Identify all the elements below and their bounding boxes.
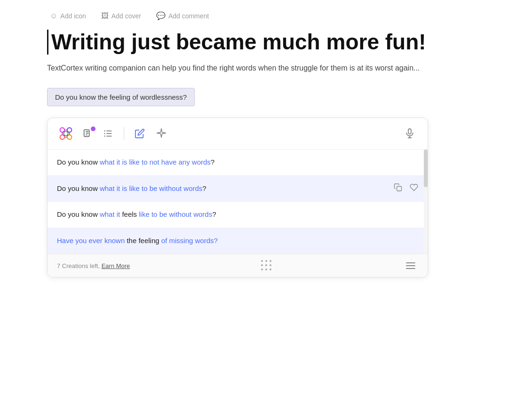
page-toolbar: ☺ Add icon 🖼 Add cover 💬 Add comment — [47, 9, 494, 22]
hamburger-menu-button[interactable] — [403, 261, 418, 271]
dots-grid-icon — [261, 260, 272, 271]
suggestion-middle: the feeling — [125, 237, 161, 245]
earn-more-link[interactable]: Earn More — [102, 262, 130, 269]
suggestion-link-2[interactable]: like to be without words — [139, 210, 212, 218]
add-cover-label: Add cover — [111, 12, 141, 20]
suggestion-item[interactable]: Have you ever known the feeling of missi… — [48, 228, 428, 254]
widget-toolbar — [48, 118, 428, 150]
add-comment-label: Add comment — [168, 12, 209, 20]
mic-icon-button[interactable] — [401, 126, 418, 141]
suggestions-list: Do you know what it is like to not have … — [48, 150, 428, 254]
add-comment-button[interactable]: 💬 Add comment — [153, 9, 212, 22]
suggestion-suffix: ? — [212, 210, 216, 218]
sparkle-badge — [91, 126, 95, 131]
suggestion-prefix: Do you know — [57, 210, 100, 218]
suggestion-link[interactable]: what it is like to not have any words — [100, 158, 211, 166]
credits-text: 7 Creations left, Earn More — [57, 262, 130, 269]
suggestion-link-2[interactable]: of missing words? — [161, 237, 218, 245]
page-subtitle: TextCortex writing companion can help yo… — [47, 62, 480, 74]
smiley-icon: ☺ — [50, 12, 57, 20]
suggestion-item[interactable]: Do you know what it is like to not have … — [48, 150, 428, 176]
suggestion-prefix: Do you know — [57, 184, 100, 192]
list-icon-button[interactable] — [100, 126, 116, 141]
credits-info: 7 Creations left, Earn More — [57, 261, 130, 270]
suggestion-suffix: ? — [202, 184, 206, 192]
suggestion-actions — [392, 182, 420, 196]
image-icon: 🖼 — [101, 12, 109, 20]
suggestion-middle: feels — [120, 210, 139, 218]
suggestion-link[interactable]: what it is like to be without words — [100, 184, 202, 192]
suggestion-link[interactable]: Have you ever known — [57, 237, 125, 245]
widget-footer: 7 Creations left, Earn More — [48, 254, 428, 277]
add-icon-label: Add icon — [60, 12, 86, 20]
sparkle-icon-button[interactable] — [152, 126, 170, 142]
ai-widget: Do you know what it is like to not have … — [47, 118, 428, 277]
suggestion-prefix: Do you know — [57, 158, 100, 166]
suggestion-item[interactable]: Do you know what it feels like to be wit… — [48, 202, 428, 228]
add-icon-button[interactable]: ☺ Add icon — [47, 10, 89, 22]
page-title: Writing just became much more fun! — [47, 30, 494, 55]
svg-rect-20 — [408, 129, 411, 134]
document-icon-button[interactable] — [79, 126, 95, 141]
copy-button[interactable] — [392, 182, 404, 196]
edit-icon-button[interactable] — [132, 126, 148, 141]
suggestion-suffix: ? — [211, 158, 214, 166]
add-cover-button[interactable]: 🖼 Add cover — [98, 10, 144, 22]
comment-icon: 💬 — [156, 11, 166, 20]
toolbar-divider — [124, 127, 124, 140]
textcortex-logo — [57, 125, 75, 142]
hamburger-icon — [406, 262, 415, 269]
svg-rect-23 — [397, 186, 402, 191]
suggestion-item[interactable]: Do you know what it is like to be withou… — [48, 176, 428, 202]
suggestion-link[interactable]: what it — [100, 210, 120, 218]
like-button[interactable] — [408, 182, 420, 196]
highlighted-phrase: Do you know the feeling of wordlessness? — [47, 88, 195, 106]
